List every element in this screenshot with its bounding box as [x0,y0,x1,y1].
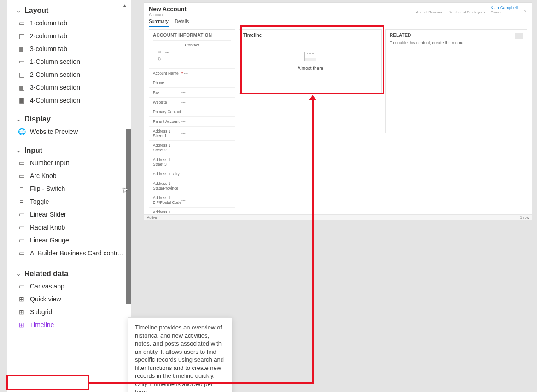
related-menu-button[interactable]: ⋯ [515,33,523,39]
employees-value: --- [449,6,453,10]
component-website-preview[interactable]: 🌐 Website Preview [7,125,131,138]
slider-icon: ▭ [18,211,25,218]
component-4-column-section[interactable]: ▦ 4-Column section [7,94,131,107]
field-label: Address 1: Street 3 [153,157,181,167]
group-related-data[interactable]: ⌄ Related data [7,266,131,280]
field-label: Account Name [153,71,181,75]
status-right: 1 row [520,215,529,219]
section-icon: ▭ [18,58,25,65]
tab-icon: ◫ [18,32,25,40]
component-number-input[interactable]: ▭ Number Input [7,156,131,169]
component-canvas-app[interactable]: ▭ Canvas app [7,280,131,293]
toggle-icon: ≡ [18,198,25,205]
field-label: Address 1: Street 1 [153,129,181,138]
timeline-section[interactable]: Timeline Almost there [239,29,382,213]
phone-icon: ✆ [157,57,162,61]
group-input[interactable]: ⌄ Input [7,143,131,156]
form-field[interactable]: Website--- [149,97,235,107]
timeline-icon: ⊞ [18,321,25,329]
component-1-column-tab[interactable]: ▭ 1-column tab [7,17,131,29]
form-field[interactable]: Parent Account--- [149,116,235,126]
mail-icon: ✉ [157,50,162,55]
chevron-down-icon[interactable]: ⌄ [523,7,527,13]
group-layout[interactable]: ⌄ Layout [7,3,131,17]
component-quick-view[interactable]: ⊞ Quick view [7,293,131,306]
card-icon: ▭ [18,249,25,257]
contact-title: Contact [157,43,227,47]
related-message: To enable this content, create the recor… [386,40,527,45]
group-related-label: Related data [24,270,68,278]
form-field[interactable]: Address 1: Country/Region--- [149,207,235,213]
components-sidebar: ▲ ⌄ Layout ▭ 1-column tab ◫ 2-column tab… [7,0,131,392]
group-input-label: Input [24,146,42,155]
form-field[interactable]: Address 1: Street 3--- [149,155,235,169]
gauge-icon: ▭ [18,236,25,244]
section-icon: ▦ [18,97,25,104]
component-linear-gauge[interactable]: ▭ Linear Gauge [7,234,131,247]
form-preview-canvas: New Account Account --- Annual Revenue -… [144,2,532,220]
chevron-down-icon: ⌄ [16,116,21,122]
related-section[interactable]: RELATED ⋯ To enable this content, create… [385,29,527,133]
field-label: Address 1: State/Province [153,181,181,190]
field-value: --- [181,160,186,164]
form-field[interactable]: Primary Contact--- [149,107,235,116]
field-label: Fax [153,90,181,95]
account-information-section[interactable]: ACCOUNT INFORMATION Contact ✉--- ✆--- Ac… [149,29,235,213]
tab-icon: ▭ [18,19,25,27]
component-linear-slider[interactable]: ▭ Linear Slider [7,208,131,221]
field-value: --- [181,81,186,85]
scroll-up-arrow[interactable]: ▲ [123,3,127,8]
chevron-down-icon: ⌄ [16,7,21,14]
component-ai-builder-card[interactable]: ▭ AI Builder Business Card contr... [7,247,131,259]
form-field[interactable]: Phone--- [149,78,235,87]
field-label: Address 1: City [153,172,181,176]
section-icon: ▥ [18,84,25,91]
field-label: Primary Contact [153,110,181,114]
form-field[interactable]: Address 1: ZIP/Postal Code--- [149,193,235,207]
field-label: Address 1: Country/Region [153,210,181,213]
component-2-column-section[interactable]: ◫ 2-Column section [7,68,131,81]
field-value: --- [181,131,186,136]
component-2-column-tab[interactable]: ◫ 2-column tab [7,29,131,42]
form-tabs: Summary Details [144,18,532,27]
form-field[interactable]: Fax--- [149,87,235,97]
component-timeline[interactable]: ⊞ Timeline [7,318,131,331]
related-title: RELATED [386,30,527,40]
form-field[interactable]: Address 1: State/Province--- [149,179,235,193]
form-field[interactable]: Account Name*--- [149,68,235,78]
component-3-column-tab[interactable]: ▥ 3-column tab [7,42,131,55]
form-field[interactable]: Address 1: City--- [149,169,235,179]
annual-revenue-label: Annual Revenue [416,10,443,14]
knob-icon: ▭ [18,224,25,231]
component-toggle[interactable]: ≡ Toggle [7,195,131,208]
form-field[interactable]: Address 1: Street 1--- [149,126,235,140]
owner-value: Kian Campbell [490,6,518,10]
component-flip-switch[interactable]: ≡ Flip - Switch [7,182,131,195]
switch-icon: ≡ [18,185,25,192]
component-subgrid[interactable]: ⊞ Subgrid [7,306,131,318]
form-field[interactable]: Address 1: Street 2--- [149,140,235,155]
tab-details[interactable]: Details [175,19,189,27]
owner-label: Owner [490,10,502,14]
sidebar-scrollbar[interactable] [126,129,131,304]
field-label: Website [153,100,181,104]
contact-quickview[interactable]: Contact ✉--- ✆--- [153,40,231,65]
quickview-icon: ⊞ [18,295,25,303]
required-icon: * [181,71,183,75]
tab-icon: ▥ [18,45,25,52]
component-arc-knob[interactable]: ▭ Arc Knob [7,169,131,182]
status-left: Active [147,215,157,219]
status-bar: Active 1 row [144,214,532,220]
field-label: Parent Account [153,119,181,124]
field-value: --- [181,119,186,124]
component-3-column-section[interactable]: ▥ 3-Column section [7,81,131,94]
globe-icon: 🌐 [18,128,25,135]
tab-summary[interactable]: Summary [149,19,169,27]
group-display[interactable]: ⌄ Display [7,111,131,125]
canvas-icon: ▭ [18,282,25,290]
knob-icon: ▭ [18,172,25,179]
component-1-column-section[interactable]: ▭ 1-Column section [7,55,131,68]
component-radial-knob[interactable]: ▭ Radial Knob [7,221,131,234]
timeline-tooltip: Timeline provides an overview of histori… [128,317,232,392]
timeline-empty-text: Almost there [298,66,323,71]
